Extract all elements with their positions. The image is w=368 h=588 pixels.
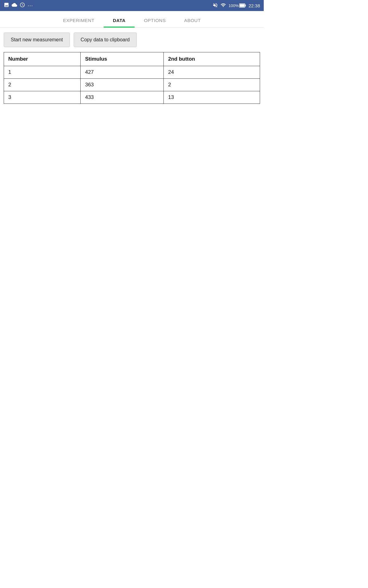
table-cell-r2-c1: 433 — [81, 91, 164, 104]
table-cell-r0-c2: 24 — [164, 66, 260, 79]
more-icon[interactable]: ··· — [28, 2, 33, 9]
status-bar: ··· 100% 22:38 — [0, 0, 264, 11]
table-cell-r0-c0: 1 — [4, 66, 81, 79]
battery-indicator: 100% — [228, 3, 246, 8]
navigation-tabs: EXPERIMENT DATA OPTIONS ABOUT — [0, 11, 264, 28]
copy-clipboard-button[interactable]: Copy data to clipboard — [74, 32, 137, 47]
wifi-icon — [220, 2, 226, 9]
battery-percentage: 100% — [228, 3, 239, 8]
col-header-stimulus: Stimulus — [81, 52, 164, 66]
table-row: 23632 — [4, 79, 260, 91]
data-table: Number Stimulus 2nd button 1427242363234… — [4, 52, 260, 104]
col-header-2nd-button: 2nd button — [164, 52, 260, 66]
tab-about[interactable]: ABOUT — [175, 13, 210, 27]
cloud-icon — [12, 2, 17, 9]
table-cell-r1-c1: 363 — [81, 79, 164, 91]
svg-rect-2 — [245, 5, 246, 6]
tab-experiment[interactable]: EXPERIMENT — [54, 13, 104, 27]
table-cell-r0-c1: 427 — [81, 66, 164, 79]
status-bar-left: ··· — [4, 2, 33, 9]
clock-icon — [20, 2, 25, 9]
data-table-container: Number Stimulus 2nd button 1427242363234… — [4, 52, 260, 104]
status-bar-right: 100% 22:38 — [213, 2, 260, 9]
col-header-number: Number — [4, 52, 81, 66]
action-bar: Start new measurement Copy data to clipb… — [0, 28, 264, 52]
gallery-icon — [4, 2, 9, 9]
table-cell-r1-c2: 2 — [164, 79, 260, 91]
time-display: 22:38 — [248, 3, 260, 8]
table-cell-r2-c0: 3 — [4, 91, 81, 104]
table-cell-r2-c2: 13 — [164, 91, 260, 104]
table-header-row: Number Stimulus 2nd button — [4, 52, 260, 66]
table-cell-r1-c0: 2 — [4, 79, 81, 91]
start-measurement-button[interactable]: Start new measurement — [4, 32, 70, 47]
svg-rect-1 — [240, 4, 245, 7]
table-row: 343313 — [4, 91, 260, 104]
table-row: 142724 — [4, 66, 260, 79]
tab-options[interactable]: OPTIONS — [135, 13, 175, 27]
mute-icon — [213, 2, 218, 9]
tab-data[interactable]: DATA — [104, 13, 135, 27]
